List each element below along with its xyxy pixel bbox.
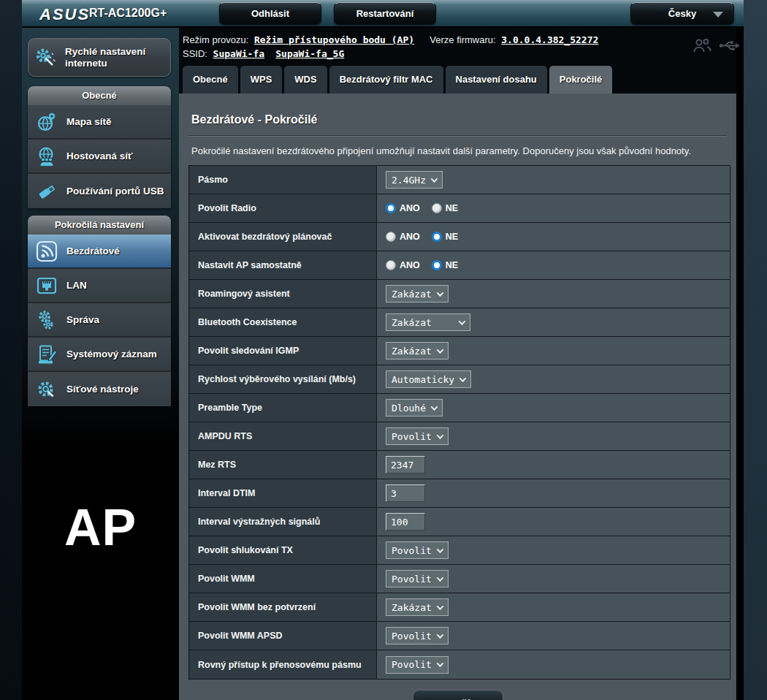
sidebar-item-label: Bezdrátové [66,246,120,256]
sidebar-item-pouzivani-portu-usb[interactable]: Používání portů USB [28,174,171,208]
administration-icon [36,309,58,331]
setting-label: Povolit sledování IGMP [189,337,377,365]
dropdown-rovny-pristup-k-prenosovemu-pasmu[interactable]: Povolit [386,656,449,674]
setting-row-interval-dtim: Interval DTIM [189,479,730,508]
setting-value-cell: Povolit [377,650,730,679]
setting-row-povolit-radio: Povolit RadioANONE [189,194,730,223]
dropdown-selected-value: Automaticky [392,374,454,385]
chevron-down-icon [713,12,723,18]
radio-option-label: NE [446,260,458,270]
tab-wds[interactable]: WDS [284,66,327,94]
input-interval-vystraznych-signalu[interactable] [386,513,425,530]
dropdown-povolit-shlukovani-tx[interactable]: Povolit [386,541,449,559]
logout-button[interactable]: Odhlásit [219,2,321,25]
radio-aktivovat-bezdratovy-planovac-ano[interactable]: ANO [386,232,420,242]
sidebar-item-label: Mapa sítě [66,116,112,127]
guest-network-icon [36,145,58,167]
setting-value-cell: Povolit [377,622,730,650]
usb-icon[interactable] [719,39,741,52]
sidebar-item-bezdratove[interactable]: Bezdrátové [28,235,171,269]
radio-nastavit-ap-samostatne-ne[interactable]: NE [432,260,458,270]
sidebar-item-label: Systémový záznam [66,349,157,359]
setting-row-rovny-pristup-k-prenosovemu-pasmu: Rovný přístup k přenosovému pásmuPovolit [189,650,730,679]
sidebar-item-sprava[interactable]: Správa [28,303,171,338]
firmware-version-link[interactable]: 3.0.0.4.382_52272 [501,34,598,45]
setting-row-ampdu-rts: AMPDU RTSPovolit [189,422,730,451]
sidebar-group-obecne: ObecnéMapa sítěHostovaná síťPoužívání po… [28,86,171,208]
chevron-down-icon [436,631,443,639]
sidebar-item-lan[interactable]: LAN [28,269,171,303]
sidebar-item-systemovy-zaznam[interactable]: Systémový záznam [28,338,171,372]
chevron-down-icon [431,403,438,411]
ssid-link-24g[interactable]: SupaWi-fa [213,48,264,59]
input-mez-rts[interactable] [386,456,425,473]
radio-option-label: ANO [400,260,420,270]
radio-povolit-radio-ne[interactable]: NE [432,203,458,213]
language-label: Česky [668,8,696,19]
dropdown-preamble-type[interactable]: Dlouhé [386,399,443,416]
radio-option-label: ANO [400,203,420,213]
setting-row-povolit-wmm-apsd: Povolit WMM APSDPovolit [189,622,730,650]
setting-label: Bluetooth Coexistence [189,308,377,336]
chevron-down-icon [459,318,466,325]
setting-label: Rovný přístup k přenosovému pásmu [189,650,377,679]
input-interval-dtim[interactable] [386,484,425,502]
setting-value-cell: ANONE [377,223,730,251]
dropdown-bluetooth-coexistence[interactable]: Zakázat [386,313,470,331]
settings-table: Pásmo2.4GHzPovolit RadioANONEAktivovat b… [188,165,730,680]
chevron-down-icon [459,375,467,382]
sidebar-item-hostovana-sit[interactable]: Hostovaná síť [28,140,171,174]
dropdown-pasmo[interactable]: 2.4GHz [386,171,443,189]
apply-button[interactable]: Použít [413,690,503,700]
setting-value-cell: Zakázat [377,308,730,336]
setting-row-pasmo: Pásmo2.4GHz [189,166,730,194]
radio-nastavit-ap-samostatne-ano[interactable]: ANO [386,260,420,270]
dropdown-povolit-sledovani-igmp[interactable]: Zakázat [386,342,449,359]
dropdown-selected-value: Zakázat [392,602,432,613]
reboot-button[interactable]: Restartování [334,2,436,25]
setting-value-cell [377,451,730,479]
setting-row-nastavit-ap-samostatne: Nastavit AP samostatněANONE [189,251,730,280]
setting-row-povolit-sledovani-igmp: Povolit sledování IGMPZakázat [189,337,730,365]
setting-value-cell: Zakázat [377,337,730,365]
sidebar-item-quick-internet-setup[interactable]: Rychlé nastavení internetu [28,38,171,77]
chevron-down-icon [436,574,443,582]
network-map-icon [36,111,58,133]
setting-label: Povolit Radio [189,194,377,222]
operation-mode-link[interactable]: Režim přístupového bodu (AP) [254,34,414,45]
setting-value-cell: Automaticky [377,365,730,393]
panel-right-divider [736,28,744,700]
sidebar-group-header: Obecné [28,86,171,105]
dropdown-ampdu-rts[interactable]: Povolit [386,427,449,445]
language-dropdown[interactable]: Česky [630,2,734,25]
setting-value-cell: Zakázat [377,593,730,621]
dropdown-povolit-wmm-bez-potvrzeni[interactable]: Zakázat [386,598,449,616]
page-title: Bezdrátové - Pokročilé [179,94,736,126]
chevron-down-icon [436,603,443,610]
sidebar-item-label: Správa [66,314,99,325]
dropdown-povolit-wmm[interactable]: Povolit [386,570,449,587]
quick-setup-label: Rychlé nastavení internetu [65,46,164,69]
tab-pokrocile[interactable]: Pokročilé [549,66,613,94]
setting-value-cell: ANONE [377,251,730,279]
tab-obecne[interactable]: Obecné [183,66,238,94]
tab-nastaveni-dosahu[interactable]: Nastavení dosahu [446,66,547,94]
radio-povolit-radio-ano[interactable]: ANO [386,203,420,213]
radio-selected-icon [432,260,442,270]
clients-icon[interactable] [692,38,711,53]
radio-aktivovat-bezdratovy-planovac-ne[interactable]: NE [432,232,458,242]
tab-wps[interactable]: WPS [240,66,283,94]
dropdown-povolit-wmm-apsd[interactable]: Povolit [386,627,449,644]
sidebar-nav: Rychlé nastavení internetu ObecnéMapa sí… [28,38,171,406]
dropdown-rychlost-vyberoveho-vysilani-mb-s[interactable]: Automaticky [386,370,471,388]
radio-unselected-icon [386,232,396,242]
sidebar-item-sitove-nastroje[interactable]: Síťové nástroje [28,372,171,406]
tab-bezdratovy-filtr-mac[interactable]: Bezdrátový filtr MAC [329,66,443,94]
setting-value-cell: Povolit [377,422,730,450]
sidebar-item-mapa-site[interactable]: Mapa sítě [28,105,171,140]
ssid-link-5g[interactable]: SupaWi-fa_5G [275,48,344,59]
radio-option-label: NE [446,203,458,213]
setting-value-cell: Zakázat [377,280,730,308]
setting-label: AMPDU RTS [189,422,377,450]
dropdown-roamingovy-asistent[interactable]: Zakázat [386,285,449,303]
